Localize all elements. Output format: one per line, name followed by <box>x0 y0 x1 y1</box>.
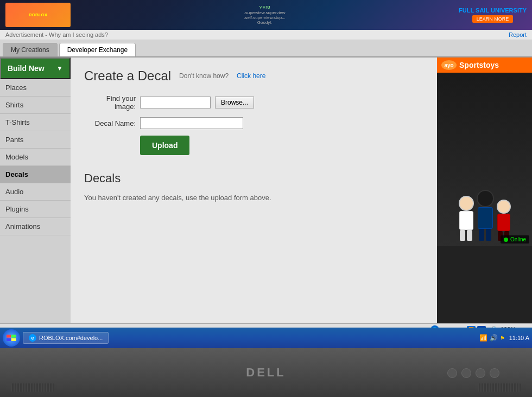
sidebar-item-audio[interactable]: Audio <box>0 183 71 201</box>
volume-icon: 🔊 <box>490 334 498 342</box>
laptop-speaker-left <box>11 383 54 392</box>
sidebar-item-models[interactable]: Models <box>0 149 71 166</box>
create-decal-header: Create a Decal Don't know how? Click her… <box>84 68 423 84</box>
right-ad: ayo Sportstoys <box>437 57 532 323</box>
svg-rect-2 <box>7 338 11 342</box>
browse-button[interactable]: Browse... <box>215 97 254 108</box>
upload-button[interactable]: Upload <box>140 136 189 155</box>
sidebar-item-pants[interactable]: Pants <box>0 131 71 149</box>
dropdown-arrow-icon: ▼ <box>56 65 63 72</box>
laptop-bezel-bottom: DELL <box>0 348 532 397</box>
laptop-button-1 <box>447 368 457 378</box>
tab-my-creations[interactable]: My Creations <box>3 43 58 56</box>
svg-rect-0 <box>7 335 11 338</box>
online-badge: Online <box>501 235 529 244</box>
system-clock: 11:10 A <box>509 335 529 341</box>
dont-know-text: Don't know how? <box>179 72 229 80</box>
online-indicator <box>504 238 508 242</box>
ad-report-link[interactable]: Report <box>509 31 527 38</box>
sidebar-item-tshirts[interactable]: T-Shirts <box>0 114 71 131</box>
main-content: Create a Decal Don't know how? Click her… <box>71 57 437 323</box>
find-image-label: Find your image: <box>84 94 136 111</box>
laptop-button-3 <box>476 368 485 378</box>
right-ad-header: ayo Sportstoys <box>437 57 532 73</box>
dell-logo: DELL <box>246 366 286 380</box>
ie-icon: e <box>29 334 36 342</box>
figure-red-jersey <box>497 200 511 241</box>
svg-rect-3 <box>11 338 16 342</box>
learn-more-btn[interactable]: LEARN MORE <box>472 15 514 23</box>
system-tray-icons: 📶 🔊 ⚑ <box>479 334 505 342</box>
decal-name-label: Decal Name: <box>84 119 136 127</box>
figure-football <box>477 190 494 241</box>
laptop-speaker-right <box>478 383 521 392</box>
ad-notice: Advertisement - Why am I seeing ads? Rep… <box>0 30 532 40</box>
start-orb[interactable] <box>3 329 20 347</box>
figure-baseball <box>459 196 474 241</box>
sportstoys-logo-icon: ayo <box>441 60 457 70</box>
build-new-button[interactable]: Build New ▼ <box>0 57 71 79</box>
create-decal-title: Create a Decal <box>84 68 171 84</box>
sportstoys-brand: Sportstoys <box>459 61 499 69</box>
ad-banner: ROBLOX YES! .superview.superview .self.s… <box>0 0 532 30</box>
sidebar-item-animations[interactable]: Animations <box>0 218 71 235</box>
network-tray-icon: 📶 <box>479 334 487 342</box>
right-ad-image: Online <box>437 73 532 246</box>
browser-window: ROBLOX YES! .superview.superview .self.s… <box>0 0 532 336</box>
taskbar-right: 📶 🔊 ⚑ 11:10 A <box>479 334 529 342</box>
svg-rect-1 <box>11 335 16 338</box>
laptop-controls <box>447 368 499 378</box>
sidebar: Build New ▼ Places Shirts T-Shirts Pants… <box>0 57 71 323</box>
decals-section-title: Decals <box>84 171 423 185</box>
content-area: Build New ▼ Places Shirts T-Shirts Pants… <box>0 57 532 323</box>
notification-icon: ⚑ <box>500 335 505 341</box>
no-decals-message: You haven't created any decals, use the … <box>84 194 423 202</box>
sidebar-item-plugins[interactable]: Plugins <box>0 201 71 218</box>
ad-middle-content: YES! .superview.superview .self.supervie… <box>244 5 285 25</box>
laptop-button-4 <box>490 368 499 378</box>
click-here-link[interactable]: Click here <box>237 72 265 80</box>
sidebar-item-places[interactable]: Places <box>0 79 71 97</box>
ad-game-image: ROBLOX <box>5 3 71 27</box>
sidebar-item-shirts[interactable]: Shirts <box>0 97 71 114</box>
taskbar-url: ROBLOX.com#develo... <box>39 335 103 341</box>
tab-developer-exchange[interactable]: Developer Exchange <box>59 43 136 56</box>
taskbar-browser-item[interactable]: e ROBLOX.com#develo... <box>23 332 109 344</box>
sidebar-item-decals[interactable]: Decals <box>0 166 71 183</box>
main-tabs: My Creations Developer Exchange <box>0 40 532 57</box>
ad-notice-text: Advertisement - Why am I seeing ads? <box>5 31 108 38</box>
decal-name-row: Decal Name: <box>84 117 423 129</box>
taskbar: e ROBLOX.com#develo... 📶 🔊 ⚑ 11:10 A <box>0 328 532 348</box>
decal-name-input[interactable] <box>140 117 243 129</box>
image-path-input[interactable] <box>140 97 211 108</box>
find-image-row: Find your image: Browse... <box>84 94 423 111</box>
taskbar-left: e ROBLOX.com#develo... <box>3 329 109 347</box>
sidebar-nav: Places Shirts T-Shirts Pants Models Deca… <box>0 79 71 235</box>
windows-icon <box>7 335 16 341</box>
laptop-button-2 <box>461 368 471 378</box>
